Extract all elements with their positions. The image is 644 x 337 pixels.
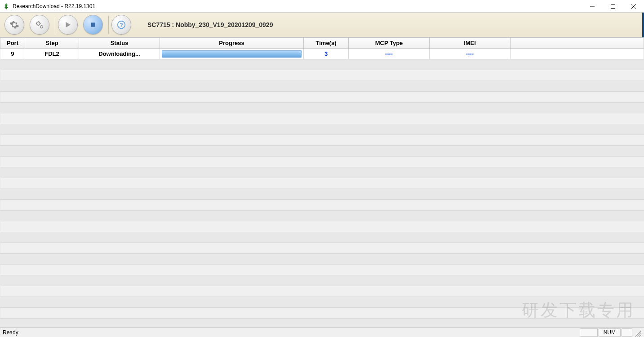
table-area: Port Step Status Progress Time(s) MCP Ty… [0,37,644,327]
svg-text:?: ? [120,22,123,28]
col-progress[interactable]: Progress [160,38,304,49]
cell-spacer [511,49,644,59]
resize-grip[interactable] [633,328,641,337]
progress-fill [162,51,301,57]
play-icon [64,21,72,29]
col-port[interactable]: Port [0,38,25,49]
download-table: Port Step Status Progress Time(s) MCP Ty… [0,37,644,327]
cell-port: 9 [0,49,25,59]
statusbar: Ready NUM [0,327,644,337]
stop-button[interactable] [83,15,103,35]
close-button[interactable] [623,0,644,12]
stop-icon [89,21,97,28]
start-button[interactable] [58,15,78,35]
col-time[interactable]: Time(s) [304,38,349,49]
settings-multi-button[interactable] [30,15,49,35]
empty-row [0,308,644,319]
empty-row [0,157,644,167]
empty-row [0,103,644,113]
window-title: ResearchDownload - R22.19.1301 [13,3,582,9]
table-header-row: Port Step Status Progress Time(s) MCP Ty… [0,38,644,49]
toolbar-separator [108,16,109,34]
progress-bar [162,50,302,58]
empty-row [0,211,644,221]
empty-row [0,200,644,211]
maximize-button[interactable] [603,0,623,12]
gear-icon [9,20,19,30]
empty-row [0,178,644,189]
empty-row [0,189,644,200]
status-empty2 [622,328,632,337]
accent-bar [642,13,644,37]
toolbar-separator [55,16,55,34]
cell-mcp: ---- [349,49,430,59]
empty-row [0,275,644,286]
settings-button[interactable] [4,15,24,35]
window-titlebar: ResearchDownload - R22.19.1301 [0,0,644,13]
help-button[interactable]: ? [111,15,131,35]
status-num: NUM [599,328,621,337]
empty-row [0,135,644,146]
empty-row [0,70,644,81]
col-imei[interactable]: IMEI [430,38,511,49]
empty-row [0,59,644,70]
cell-time: 3 [304,49,349,59]
cell-status: Downloading... [79,49,160,59]
empty-row [0,146,644,157]
empty-row [0,243,644,254]
empty-row [0,124,644,135]
col-mcp[interactable]: MCP Type [349,38,430,49]
table-row[interactable]: 9 FDL2 Downloading... 3 ---- ---- [0,49,644,59]
empty-row [0,81,644,92]
empty-row [0,286,644,297]
empty-row [0,319,644,328]
empty-row [0,265,644,275]
cell-step: FDL2 [25,49,79,59]
cell-imei: ---- [430,49,511,59]
cell-progress [160,49,304,59]
gears-icon [35,20,44,30]
col-status[interactable]: Status [79,38,160,49]
empty-row [0,232,644,243]
empty-row [0,221,644,232]
minimize-button[interactable] [582,0,603,12]
svg-rect-6 [91,22,95,27]
empty-row [0,254,644,265]
empty-row [0,92,644,103]
app-icon [3,3,10,10]
empty-row [0,297,644,308]
status-ready: Ready [3,329,579,336]
col-spacer [511,38,644,49]
device-label: SC7715 : Nobby_230_V19_20201209_0929 [147,21,273,28]
svg-rect-1 [611,4,615,8]
status-empty [580,328,598,337]
help-icon: ? [116,20,126,30]
empty-row [0,167,644,178]
empty-row [0,113,644,124]
svg-point-5 [40,26,43,28]
col-step[interactable]: Step [25,38,79,49]
toolbar: ? SC7715 : Nobby_230_V19_20201209_0929 [0,13,644,37]
